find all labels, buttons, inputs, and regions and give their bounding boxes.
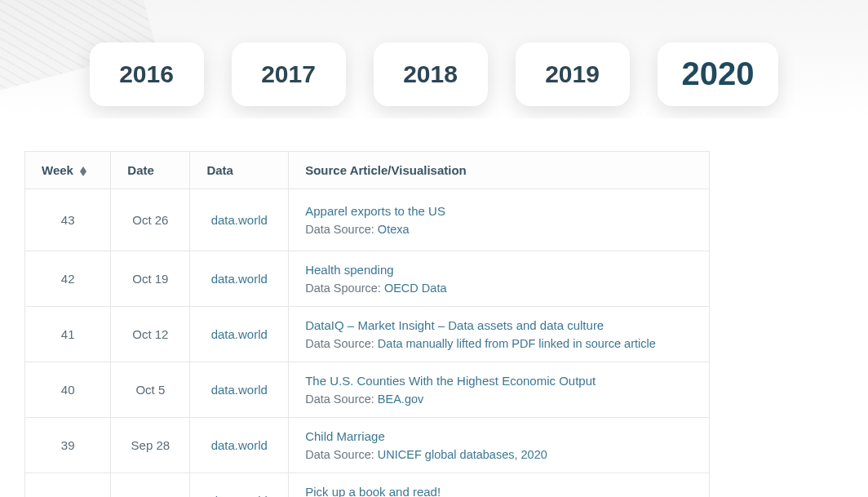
- source-meta: Data Source: UNICEF global databases, 20…: [305, 448, 693, 461]
- data-link[interactable]: data.world: [211, 213, 268, 227]
- table-row: 40Oct 5data.worldThe U.S. Counties With …: [25, 362, 710, 418]
- cell-source: Child MarriageData Source: UNICEF global…: [289, 418, 710, 473]
- source-meta-link[interactable]: OECD Data: [384, 282, 447, 295]
- col-header-data: Data: [190, 152, 289, 189]
- table-row: 39Sep 28data.worldChild MarriageData Sou…: [25, 418, 710, 473]
- data-link[interactable]: data.world: [211, 438, 268, 452]
- cell-date: Sep 21: [111, 473, 190, 498]
- table-row: 42Oct 19data.worldHealth spendingData Sp…: [25, 251, 710, 307]
- source-title-link[interactable]: Health spending: [305, 263, 693, 277]
- source-meta-link[interactable]: BEA.gov: [378, 393, 423, 406]
- col-header-week[interactable]: Week: [25, 152, 111, 189]
- data-link[interactable]: data.world: [211, 272, 268, 286]
- year-tab-2020[interactable]: 2020: [658, 42, 779, 106]
- year-tab-2016[interactable]: 2016: [90, 42, 204, 106]
- col-header-date: Date: [111, 152, 190, 189]
- source-meta: Data Spource: OECD Data: [305, 282, 693, 295]
- source-title-link[interactable]: Apparel exports to the US: [305, 204, 693, 218]
- source-meta: Data Source: Otexa: [305, 223, 693, 236]
- col-header-data-label: Data: [206, 163, 233, 177]
- source-title-link[interactable]: Pick up a book and read!: [305, 485, 693, 497]
- data-table-container: Week Date Data Source Article/Visualisat…: [0, 118, 868, 497]
- cell-week: 40: [25, 362, 111, 418]
- source-meta-label: Data Source:: [305, 393, 378, 406]
- cell-data: data.world: [190, 362, 289, 418]
- cell-week: 43: [25, 189, 111, 251]
- source-meta-label: Data Source:: [305, 337, 378, 350]
- cell-source: Health spendingData Spource: OECD Data: [289, 251, 710, 307]
- data-link[interactable]: data.world: [211, 383, 268, 397]
- source-title-link[interactable]: The U.S. Counties With the Highest Econo…: [305, 374, 693, 388]
- cell-source: The U.S. Counties With the Highest Econo…: [289, 362, 710, 418]
- cell-week: 41: [25, 307, 111, 362]
- source-meta-label: Data Spource:: [305, 282, 384, 295]
- year-tabs: 20162017201820192020: [0, 42, 868, 106]
- source-title-link[interactable]: Child Marriage: [305, 429, 693, 443]
- cell-date: Oct 5: [111, 362, 190, 418]
- year-tab-2017[interactable]: 2017: [232, 42, 346, 106]
- source-meta-link[interactable]: Data manually lifted from PDF linked in …: [378, 337, 656, 350]
- table-header-row: Week Date Data Source Article/Visualisat…: [25, 152, 710, 189]
- table-row: 38Sep 21data.worldPick up a book and rea…: [25, 473, 710, 498]
- cell-week: 42: [25, 251, 111, 307]
- data-table: Week Date Data Source Article/Visualisat…: [24, 151, 710, 497]
- col-header-week-label: Week: [42, 163, 73, 177]
- source-meta-label: Data Source:: [305, 223, 378, 236]
- year-tab-2019[interactable]: 2019: [516, 42, 630, 106]
- source-meta: Data Source: BEA.gov: [305, 393, 693, 406]
- col-header-source-label: Source Article/Visualisation: [305, 163, 467, 177]
- col-header-source: Source Article/Visualisation: [289, 152, 710, 189]
- svg-marker-1: [80, 171, 86, 176]
- source-meta-link[interactable]: Otexa: [378, 223, 410, 236]
- table-body: 43Oct 26data.worldApparel exports to the…: [25, 189, 710, 498]
- source-title-link[interactable]: DataIQ – Market Insight – Data assets an…: [305, 318, 693, 332]
- data-link[interactable]: data.world: [211, 327, 268, 341]
- year-tab-2018[interactable]: 2018: [374, 42, 488, 106]
- cell-date: Oct 12: [111, 307, 190, 362]
- cell-week: 38: [25, 473, 111, 498]
- cell-data: data.world: [190, 418, 289, 473]
- cell-date: Oct 26: [111, 189, 190, 251]
- cell-data: data.world: [190, 251, 289, 307]
- cell-source: Pick up a book and read!Data Source: Eur…: [289, 473, 710, 498]
- table-row: 41Oct 12data.worldDataIQ – Market Insigh…: [25, 307, 710, 362]
- cell-source: Apparel exports to the USData Source: Ot…: [289, 189, 710, 251]
- cell-source: DataIQ – Market Insight – Data assets an…: [289, 307, 710, 362]
- source-meta-link[interactable]: UNICEF global databases, 2020: [378, 448, 547, 461]
- table-row: 43Oct 26data.worldApparel exports to the…: [25, 189, 710, 251]
- source-meta: Data Source: Data manually lifted from P…: [305, 337, 693, 350]
- hero-banner: 20162017201820192020: [0, 0, 868, 118]
- sort-icon[interactable]: [80, 166, 86, 176]
- col-header-date-label: Date: [127, 163, 154, 177]
- source-meta-label: Data Source:: [305, 448, 378, 461]
- cell-week: 39: [25, 418, 111, 473]
- cell-data: data.world: [190, 307, 289, 362]
- cell-date: Oct 19: [111, 251, 190, 307]
- cell-data: data.world: [190, 189, 289, 251]
- cell-data: data.world: [190, 473, 289, 498]
- cell-date: Sep 28: [111, 418, 190, 473]
- data-link[interactable]: data.world: [211, 494, 268, 497]
